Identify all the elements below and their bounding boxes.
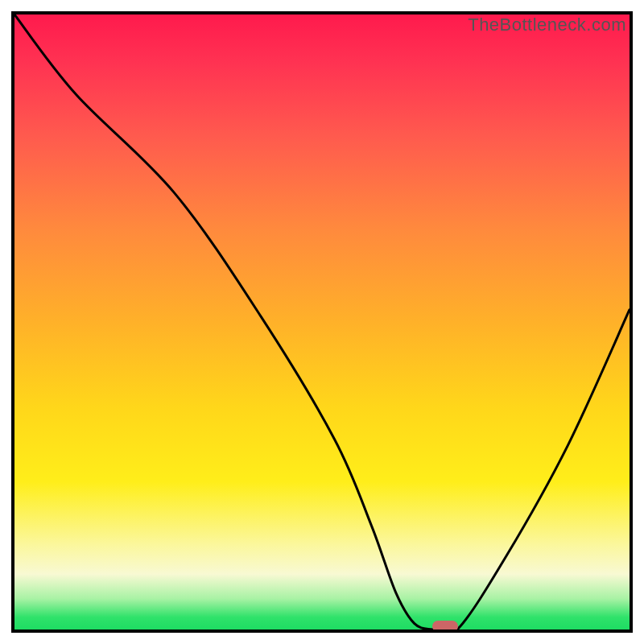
chart-frame: TheBottleneck.com <box>0 0 644 644</box>
bottleneck-curve <box>14 14 630 630</box>
optimal-marker <box>432 621 458 632</box>
attribution-watermark: TheBottleneck.com <box>468 14 626 35</box>
plot-area <box>11 11 633 633</box>
